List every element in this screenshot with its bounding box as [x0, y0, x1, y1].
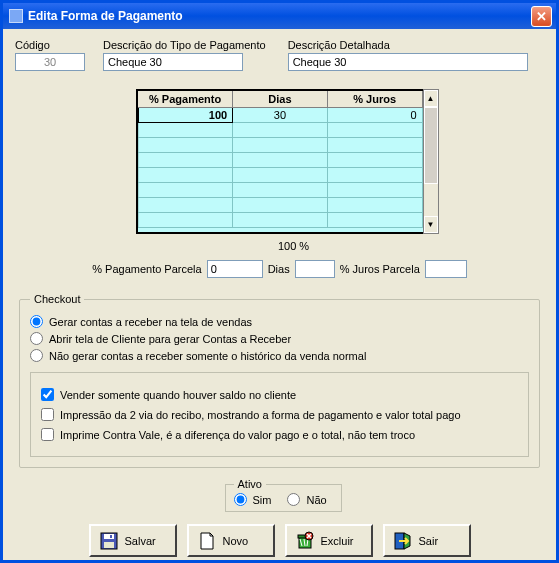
salvar-button[interactable]: Salvar [89, 524, 177, 557]
grid-scrollbar[interactable]: ▲ ▼ [423, 89, 439, 234]
grid-row[interactable]: 100 30 0 [138, 108, 422, 123]
checkout-radio-0-label: Gerar contas a receber na tela de vendas [49, 316, 252, 328]
app-icon [9, 9, 23, 23]
tipo-label: Descrição do Tipo de Pagamento [103, 39, 266, 51]
salvar-label: Salvar [125, 535, 156, 547]
window-title: Edita Forma de Pagamento [28, 9, 183, 23]
delete-icon [295, 531, 315, 551]
chk-contravale-label: Imprime Contra Vale, é a diferença do va… [60, 429, 415, 441]
chk-2via[interactable] [41, 408, 54, 421]
new-icon [197, 531, 217, 551]
close-icon: ✕ [536, 9, 547, 24]
chk-2via-label: Impressão da 2 via do recibo, mostrando … [60, 409, 461, 421]
sair-button[interactable]: Sair [383, 524, 471, 557]
svg-rect-3 [110, 535, 112, 538]
window: Edita Forma de Pagamento ✕ Código Descri… [0, 0, 559, 563]
parcela-pct-input[interactable] [207, 260, 263, 278]
ativo-sim-radio[interactable] [234, 493, 247, 506]
ativo-nao-radio[interactable] [287, 493, 300, 506]
checkout-radio-2-label: Não gerar contas a receber somente o his… [49, 350, 366, 362]
parcela-pct-label: % Pagamento Parcela [92, 263, 201, 275]
codigo-input[interactable] [15, 53, 85, 71]
close-button[interactable]: ✕ [531, 6, 552, 27]
codigo-label: Código [15, 39, 85, 51]
col-juros[interactable]: % Juros [327, 91, 422, 108]
svg-rect-2 [104, 542, 114, 548]
ativo-sim-label: Sim [253, 494, 272, 506]
novo-label: Novo [223, 535, 249, 547]
chk-contravale[interactable] [41, 428, 54, 441]
checkout-radio-1-label: Abrir tela de Cliente para gerar Contas … [49, 333, 291, 345]
cell-dias[interactable]: 30 [233, 108, 328, 123]
parcela-dias-label: Dias [268, 263, 290, 275]
scroll-down-icon[interactable]: ▼ [424, 216, 438, 233]
installments-grid[interactable]: % Pagamento Dias % Juros 100 30 0 [136, 89, 424, 234]
chk-saldo-label: Vender somente quando houver saldo no cl… [60, 389, 296, 401]
checkout-radio-2[interactable] [30, 349, 43, 362]
svg-rect-1 [104, 534, 114, 539]
checkout-radio-1[interactable] [30, 332, 43, 345]
ativo-nao-label: Não [306, 494, 326, 506]
excluir-label: Excluir [321, 535, 354, 547]
exit-icon [393, 531, 413, 551]
ativo-group: Ativo Sim Não [225, 478, 342, 512]
chk-saldo[interactable] [41, 388, 54, 401]
tipo-input[interactable] [103, 53, 243, 71]
save-icon [99, 531, 119, 551]
ativo-legend: Ativo [234, 478, 266, 490]
scroll-up-icon[interactable]: ▲ [424, 90, 438, 107]
titlebar[interactable]: Edita Forma de Pagamento ✕ [3, 3, 556, 29]
checkout-group: Checkout Gerar contas a receber na tela … [19, 293, 540, 468]
detalhada-label: Descrição Detalhada [288, 39, 528, 51]
col-pagamento[interactable]: % Pagamento [138, 91, 233, 108]
cell-pct[interactable]: 100 [138, 108, 233, 123]
detalhada-input[interactable] [288, 53, 528, 71]
client-area: Código Descrição do Tipo de Pagamento De… [3, 29, 556, 563]
checkout-radio-0[interactable] [30, 315, 43, 328]
scroll-thumb[interactable] [424, 107, 438, 184]
checkout-legend: Checkout [30, 293, 84, 305]
grid-total-label: 100 % [127, 240, 432, 252]
parcela-juros-label: % Juros Parcela [340, 263, 420, 275]
parcela-dias-input[interactable] [295, 260, 335, 278]
parcela-juros-input[interactable] [425, 260, 467, 278]
sair-label: Sair [419, 535, 439, 547]
cell-juros[interactable]: 0 [327, 108, 422, 123]
novo-button[interactable]: Novo [187, 524, 275, 557]
col-dias[interactable]: Dias [233, 91, 328, 108]
excluir-button[interactable]: Excluir [285, 524, 373, 557]
checkout-flags: Vender somente quando houver saldo no cl… [30, 372, 529, 457]
